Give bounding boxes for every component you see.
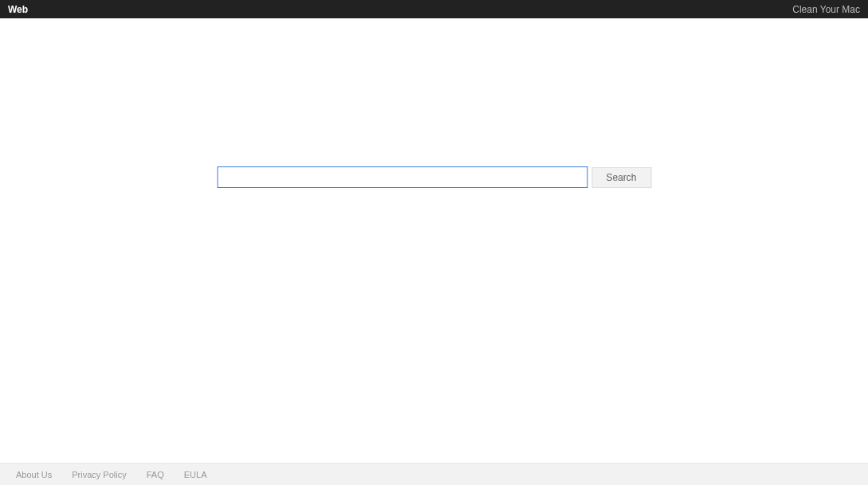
footer-bar: About Us Privacy Policy FAQ EULA: [0, 463, 868, 485]
main-content: Search: [0, 18, 868, 463]
clean-your-mac-link[interactable]: Clean Your Mac: [792, 4, 860, 15]
search-input[interactable]: [217, 166, 587, 188]
footer-link-faq[interactable]: FAQ: [147, 470, 164, 479]
footer-link-privacy-policy[interactable]: Privacy Policy: [72, 470, 126, 479]
footer-link-about-us[interactable]: About Us: [16, 470, 52, 479]
footer-link-eula[interactable]: EULA: [184, 470, 207, 479]
search-container: Search: [217, 166, 651, 188]
header-bar: Web Clean Your Mac: [0, 0, 868, 18]
search-button[interactable]: Search: [591, 167, 651, 188]
header-title[interactable]: Web: [8, 4, 28, 15]
